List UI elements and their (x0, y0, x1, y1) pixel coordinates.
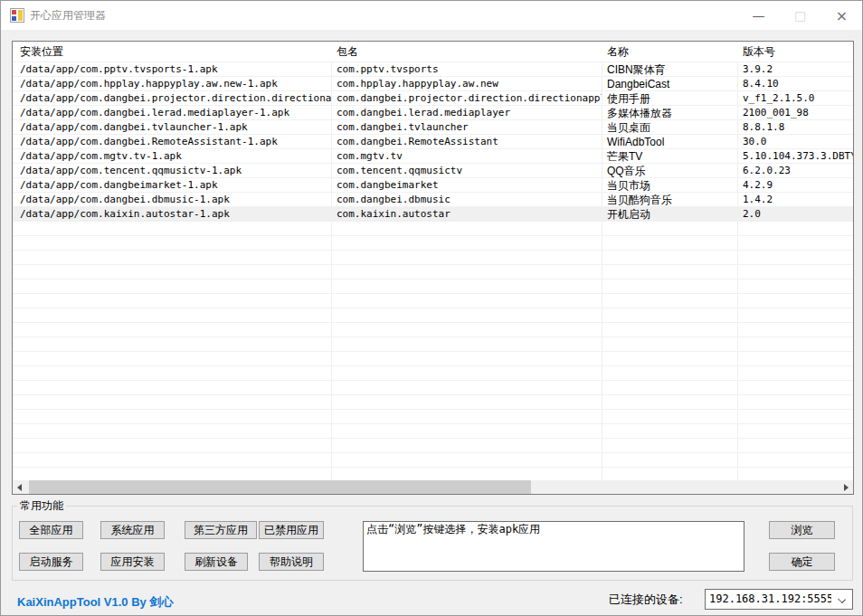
device-select[interactable]: 192.168.31.192:5555 (705, 589, 853, 610)
cell-package-name: com.dangbei.RemoteAssistant (331, 135, 602, 149)
cell-version: 30.0 (737, 135, 853, 149)
apk-path-textbox[interactable]: 点击“浏览”按键选择，安装apk应用 (363, 521, 744, 572)
groupbox-title: 常用功能 (17, 498, 66, 514)
table-header: 安装位置 包名 名称 版本号 (13, 42, 853, 62)
table-row[interactable]: /data/app/com.pptv.tvsports-1.apk com.pp… (13, 62, 853, 77)
cell-install-location: /data/app/com.dangbei.dbmusic-1.apk (13, 193, 331, 207)
cell-version: 5.10.104.373.3.DBTY_1 (737, 149, 853, 164)
maximize-icon[interactable]: □ (780, 1, 820, 30)
cell-install-location: /data/app/com.pptv.tvsports-1.apk (13, 62, 331, 77)
cell-app-name: 芒果TV (602, 149, 737, 164)
cell-version: 2.0 (737, 207, 853, 222)
app-icon (10, 8, 24, 23)
cell-app-name: 当贝桌面 (602, 120, 737, 135)
install-app-button[interactable]: 应用安装 (100, 553, 165, 571)
all-apps-button[interactable]: 全部应用 (19, 521, 83, 539)
chevron-down-icon (838, 595, 846, 603)
cell-install-location: /data/app/com.dangbeimarket-1.apk (13, 178, 331, 193)
device-select-value: 192.168.31.192:5555 (709, 590, 831, 609)
cell-app-name: 多媒体播放器 (602, 106, 737, 120)
table-row[interactable]: /data/app/com.dangbei.tvlauncher-1.apk c… (13, 120, 853, 135)
cell-version: 2100_001_98 (737, 106, 853, 120)
cell-version: 4.2.9 (737, 178, 853, 193)
cell-version: 3.9.2 (737, 62, 853, 77)
browse-button[interactable]: 浏览 (769, 521, 835, 539)
cell-package-name: com.dangbei.tvlauncher (331, 120, 602, 135)
scrollbar-thumb[interactable] (29, 480, 531, 494)
cell-app-name: 开机启动 (602, 207, 737, 222)
cell-app-name: 当贝市场 (602, 178, 737, 193)
cell-app-name: CIBN聚体育 (602, 62, 737, 77)
disabled-apps-button[interactable]: 已禁用应用 (259, 521, 324, 539)
close-icon[interactable]: × (821, 1, 862, 30)
cell-package-name: com.dangbei.dbmusic (331, 193, 602, 207)
table-rows: /data/app/com.pptv.tvsports-1.apk com.pp… (13, 62, 853, 480)
cell-package-name: com.dangbei.lerad.mediaplayer (331, 106, 602, 120)
cell-install-location: /data/app/com.mgtv.tv-1.apk (13, 149, 331, 164)
start-service-button[interactable]: 启动服务 (19, 553, 83, 571)
table-row[interactable]: /data/app/com.dangbei.lerad.mediaplayer-… (13, 106, 853, 120)
cell-install-location: /data/app/com.kaixin.autostar-1.apk (13, 207, 331, 222)
table-row[interactable]: /data/app/com.mgtv.tv-1.apk com.mgtv.tv … (13, 149, 853, 164)
scroll-left-icon[interactable] (13, 480, 26, 494)
cell-version: 6.2.0.23 (737, 164, 853, 178)
third-party-apps-button[interactable]: 第三方应用 (185, 521, 257, 539)
app-list-table: 安装位置 包名 名称 版本号 /data/app/com.pptv.tvspor… (12, 41, 854, 495)
cell-app-name: 当贝酷狗音乐 (602, 193, 737, 207)
minimize-icon[interactable]: — (738, 1, 779, 30)
help-button[interactable]: 帮助说明 (259, 553, 324, 571)
connected-device-label: 已连接的设备: (609, 592, 683, 608)
cell-app-name: 使用手册 (602, 91, 737, 106)
cell-version: 8.4.10 (737, 77, 853, 91)
cell-package-name: com.dangbei.projector.direction.directio… (331, 91, 602, 106)
table-row[interactable]: /data/app/com.dangbei.dbmusic-1.apk com.… (13, 193, 853, 207)
cell-package-name: com.dangbeimarket (331, 178, 602, 193)
cell-install-location: /data/app/com.tencent.qqmusictv-1.apk (13, 164, 331, 178)
cell-version: v_f1_2.1.5.0 (737, 91, 853, 106)
cell-app-name: WifiAdbTool (602, 135, 737, 149)
app-window: 开心应用管理器 — □ × 安装位置 包名 名称 版本号 /data/app/c… (0, 0, 863, 616)
cell-package-name: com.mgtv.tv (331, 149, 602, 164)
header-package-name[interactable]: 包名 (331, 42, 602, 62)
cell-install-location: /data/app/com.dangbei.lerad.mediaplayer-… (13, 106, 331, 120)
cell-install-location: /data/app/com.hpplay.happyplay.aw.new-1.… (13, 77, 331, 91)
header-app-name[interactable]: 名称 (602, 42, 737, 62)
cell-package-name: com.hpplay.happyplay.aw.new (331, 77, 602, 91)
table-row[interactable]: /data/app/com.dangbei.RemoteAssistant-1.… (13, 135, 853, 149)
cell-app-name: QQ音乐 (602, 164, 737, 178)
cell-install-location: /data/app/com.dangbei.tvlauncher-1.apk (13, 120, 331, 135)
table-row[interactable]: /data/app/com.hpplay.happyplay.aw.new-1.… (13, 77, 853, 91)
cell-app-name: DangbeiCast (602, 77, 737, 91)
table-row[interactable]: /data/app/com.kaixin.autostar-1.apk com.… (13, 207, 853, 222)
ok-button[interactable]: 确定 (769, 553, 835, 571)
cell-version: 1.4.2 (737, 193, 853, 207)
table-row[interactable]: /data/app/com.dangbeimarket-1.apk com.da… (13, 178, 853, 193)
cell-package-name: com.tencent.qqmusictv (331, 164, 602, 178)
refresh-device-button[interactable]: 刷新设备 (185, 553, 248, 571)
system-apps-button[interactable]: 系统应用 (100, 521, 165, 539)
table-row[interactable]: /data/app/com.tencent.qqmusictv-1.apk co… (13, 164, 853, 178)
scroll-right-icon[interactable] (839, 480, 853, 494)
cell-install-location: /data/app/com.dangbei.projector.directio… (13, 91, 331, 106)
header-install-location[interactable]: 安装位置 (13, 42, 331, 62)
window-title: 开心应用管理器 (30, 1, 106, 30)
app-version-label: KaiXinAppTool V1.0 By 剑心 (17, 594, 173, 611)
header-version[interactable]: 版本号 (737, 42, 853, 62)
titlebar: 开心应用管理器 — □ × (1, 1, 862, 30)
cell-install-location: /data/app/com.dangbei.RemoteAssistant-1.… (13, 135, 331, 149)
table-inner: 安装位置 包名 名称 版本号 /data/app/com.pptv.tvspor… (13, 42, 853, 494)
table-row[interactable]: /data/app/com.dangbei.projector.directio… (13, 91, 853, 106)
cell-package-name: com.pptv.tvsports (331, 62, 602, 77)
cell-package-name: com.kaixin.autostar (331, 207, 602, 222)
horizontal-scrollbar[interactable] (13, 480, 853, 494)
cell-version: 8.8.1.8 (737, 120, 853, 135)
